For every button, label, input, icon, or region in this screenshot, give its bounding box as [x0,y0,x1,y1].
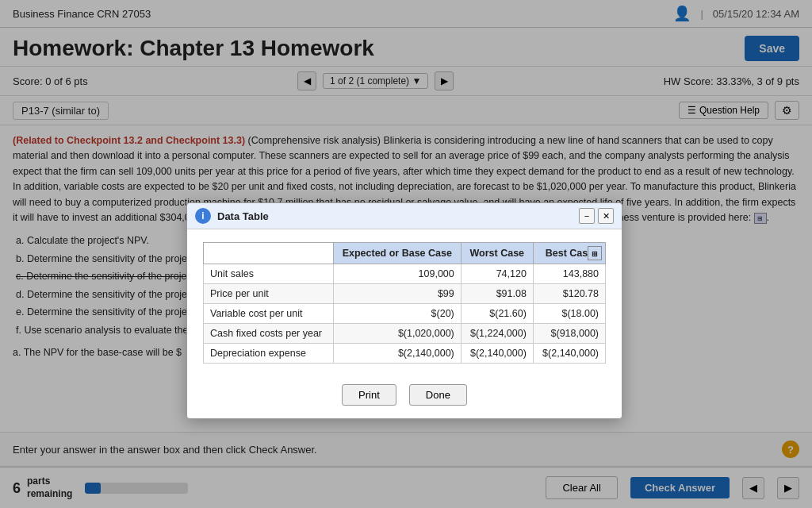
modal-title: Data Table [217,210,269,222]
row-best: 143,880 [533,264,605,284]
modal-title-left: i Data Table [195,208,269,224]
row-worst: 74,120 [461,264,533,284]
row-worst: $91.08 [461,284,533,304]
table-expand-icon[interactable]: ⊞ [588,246,602,260]
row-label: Unit sales [204,264,334,284]
modal-minimize-button[interactable]: − [579,208,595,224]
table-row: Cash fixed costs per year $(1,020,000) $… [204,324,606,344]
done-button[interactable]: Done [409,384,467,406]
info-icon: i [195,208,211,224]
row-base: $(1,020,000) [333,324,461,344]
row-base: $99 [333,284,461,304]
data-table: Expected or Base Case Worst Case Best Ca… [203,242,606,364]
modal-table-wrapper: Expected or Base Case Worst Case Best Ca… [187,229,622,376]
modal-footer: Print Done [187,376,622,418]
print-button[interactable]: Print [342,384,396,406]
table-row: Variable cost per unit $(20) $(21.60) $(… [204,304,606,324]
row-base: $(2,140,000) [333,344,461,364]
row-best: $120.78 [533,284,605,304]
row-worst: $(2,140,000) [461,344,533,364]
row-worst: $(1,224,000) [461,324,533,344]
row-label: Depreciation expense [204,344,334,364]
col-header-worst: Worst Case [461,243,533,264]
col-header-blank [204,243,334,264]
row-best: $(2,140,000) [533,344,605,364]
modal-titlebar: i Data Table − ✕ [187,203,622,229]
row-label: Cash fixed costs per year [204,324,334,344]
col-header-base: Expected or Base Case [333,243,461,264]
modal-close-button[interactable]: ✕ [598,208,614,224]
row-label: Price per unit [204,284,334,304]
data-table-modal: i Data Table − ✕ Expected or Base Case W… [186,202,622,419]
col-header-best: Best Case ⊞ [533,243,605,264]
row-best: $(918,000) [533,324,605,344]
row-best: $(18.00) [533,304,605,324]
table-row: Price per unit $99 $91.08 $120.78 [204,284,606,304]
table-row: Depreciation expense $(2,140,000) $(2,14… [204,344,606,364]
row-base: 109,000 [333,264,461,284]
row-label: Variable cost per unit [204,304,334,324]
modal-controls[interactable]: − ✕ [579,208,614,224]
table-row: Unit sales 109,000 74,120 143,880 [204,264,606,284]
row-worst: $(21.60) [461,304,533,324]
row-base: $(20) [333,304,461,324]
